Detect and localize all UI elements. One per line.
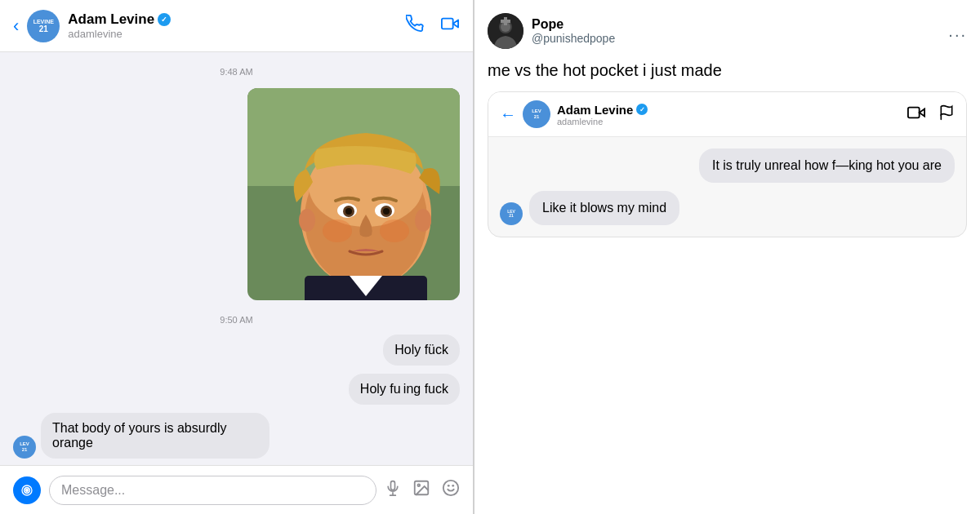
timestamp-1: 9:48 AM	[13, 67, 460, 77]
svg-rect-0	[442, 19, 453, 29]
svg-point-17	[415, 209, 431, 232]
svg-point-15	[380, 219, 409, 242]
embedded-verified-badge: ✓	[636, 104, 648, 115]
input-icons	[385, 479, 460, 502]
contact-name: Adam Levine ✓	[68, 11, 398, 28]
svg-rect-34	[908, 107, 920, 117]
svg-point-26	[443, 480, 458, 494]
svg-point-25	[417, 484, 420, 486]
sent-message-2: Holy fu ing fuck	[13, 374, 460, 405]
tweet-header: Pope @punishedpope ...	[488, 13, 967, 49]
chat-area: 9:48 AM	[0, 52, 473, 465]
tweet-avatar	[488, 13, 523, 49]
embedded-video-icon	[906, 104, 927, 126]
verified-badge: ✓	[158, 13, 171, 26]
contact-handle: adamlevine	[68, 28, 398, 40]
received-message-1: LEV21 That body of yours is absurdly ora…	[13, 413, 460, 459]
bubble: That body of yours is absurdly orange	[41, 413, 270, 459]
bubble: Holy fu ing fuck	[349, 374, 460, 405]
tweet-text: me vs the hot pocket i just made	[488, 59, 967, 82]
right-tweet-panel: Pope @punishedpope ... me vs the hot poc…	[474, 0, 980, 514]
embedded-messages: It is truly unreal how f—king hot you ar…	[488, 137, 966, 237]
embedded-sender-avatar: LEV21	[500, 202, 523, 225]
sticker-icon[interactable]	[442, 479, 460, 502]
message-input[interactable]: Message...	[49, 476, 376, 505]
camera-button[interactable]	[13, 476, 41, 504]
embedded-back-button: ←	[500, 105, 516, 124]
embedded-flag-icon	[938, 104, 955, 126]
embedded-contact-name: Adam Levine ✓	[557, 103, 899, 117]
embedded-received-message-1: LEV21 Like it blows my mind	[500, 191, 955, 225]
video-icon[interactable]	[440, 15, 460, 37]
tweet-handle: @punishedpope	[532, 32, 940, 45]
input-placeholder: Message...	[61, 483, 125, 497]
embedded-bubble-received: Like it blows my mind	[529, 191, 679, 225]
svg-marker-35	[920, 109, 924, 116]
embedded-chat: ← LEV21 Adam Levine ✓ adamlevine	[488, 91, 967, 237]
svg-point-14	[323, 219, 352, 242]
svg-point-16	[299, 209, 315, 232]
sender-avatar: LEV21	[13, 436, 36, 459]
svg-point-12	[345, 208, 352, 215]
svg-rect-33	[501, 20, 510, 23]
bubble: Holy fück	[383, 335, 460, 366]
timestamp-2: 9:50 AM	[13, 315, 460, 325]
message-input-bar: Message...	[0, 465, 473, 514]
tweet-more-button[interactable]: ...	[948, 22, 967, 41]
tweet-user-info: Pope @punishedpope	[532, 17, 940, 45]
embedded-contact-info: Adam Levine ✓ adamlevine	[557, 103, 899, 126]
embedded-contact-handle: adamlevine	[557, 117, 899, 126]
sent-message-1: Holy fück	[13, 335, 460, 366]
svg-point-13	[383, 208, 390, 215]
avatar-label: LEVINE 21	[33, 19, 54, 33]
embedded-header-icons	[906, 104, 955, 126]
svg-rect-21	[391, 481, 395, 490]
svg-marker-1	[453, 20, 458, 27]
phone-icon[interactable]	[406, 15, 424, 37]
trump-image	[247, 88, 460, 300]
chat-header: ‹ LEVINE 21 Adam Levine ✓ adamlevine	[0, 0, 473, 52]
tweet-username: Pope	[532, 17, 940, 32]
embedded-chat-header: ← LEV21 Adam Levine ✓ adamlevine	[488, 92, 966, 137]
mic-icon[interactable]	[385, 479, 401, 502]
avatar: LEVINE 21	[27, 10, 60, 42]
photo-icon[interactable]	[412, 479, 430, 502]
embedded-avatar: LEV21	[523, 100, 550, 128]
svg-point-20	[26, 489, 29, 491]
contact-info: Adam Levine ✓ adamlevine	[68, 11, 398, 40]
back-button[interactable]: ‹	[13, 16, 19, 37]
header-icons	[406, 15, 460, 37]
embedded-sent-message-1: It is truly unreal how f—king hot you ar…	[500, 148, 955, 183]
image-message	[13, 88, 460, 300]
embedded-bubble: It is truly unreal how f—king hot you ar…	[699, 148, 955, 183]
left-chat-panel: ‹ LEVINE 21 Adam Levine ✓ adamlevine	[0, 0, 474, 514]
